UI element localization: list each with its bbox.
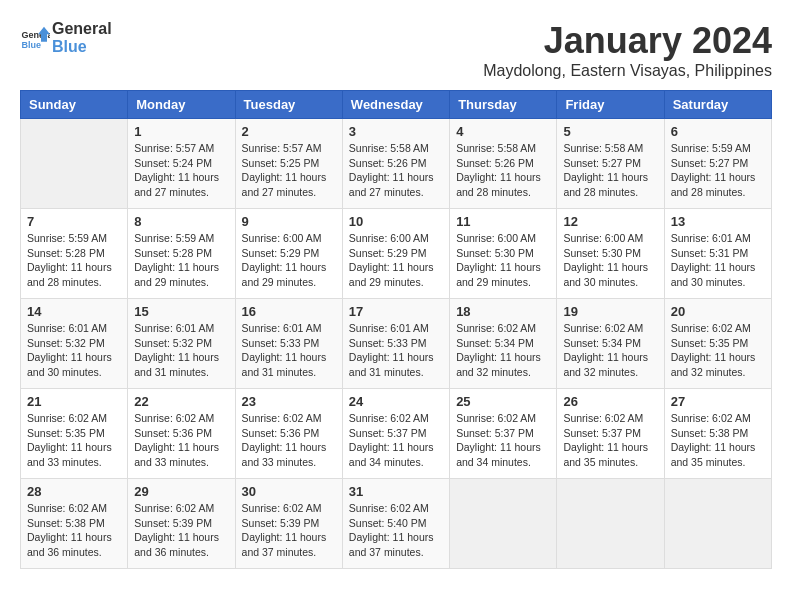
calendar-cell [664,479,771,569]
calendar-cell: 3Sunrise: 5:58 AM Sunset: 5:26 PM Daylig… [342,119,449,209]
day-number: 28 [27,484,121,499]
day-number: 25 [456,394,550,409]
calendar-cell: 24Sunrise: 6:02 AM Sunset: 5:37 PM Dayli… [342,389,449,479]
calendar-cell: 19Sunrise: 6:02 AM Sunset: 5:34 PM Dayli… [557,299,664,389]
day-info: Sunrise: 5:59 AM Sunset: 5:27 PM Dayligh… [671,141,765,200]
day-number: 21 [27,394,121,409]
title-area: January 2024 Maydolong, Eastern Visayas,… [483,20,772,80]
day-number: 7 [27,214,121,229]
month-title: January 2024 [483,20,772,62]
calendar-week-row: 21Sunrise: 6:02 AM Sunset: 5:35 PM Dayli… [21,389,772,479]
day-info: Sunrise: 6:00 AM Sunset: 5:30 PM Dayligh… [456,231,550,290]
day-number: 30 [242,484,336,499]
day-number: 16 [242,304,336,319]
calendar-cell: 29Sunrise: 6:02 AM Sunset: 5:39 PM Dayli… [128,479,235,569]
logo: General Blue General Blue [20,20,112,55]
day-number: 12 [563,214,657,229]
column-header-monday: Monday [128,91,235,119]
general-blue-logo-icon: General Blue [20,23,50,53]
calendar-cell: 12Sunrise: 6:00 AM Sunset: 5:30 PM Dayli… [557,209,664,299]
day-number: 4 [456,124,550,139]
column-header-sunday: Sunday [21,91,128,119]
column-header-tuesday: Tuesday [235,91,342,119]
calendar-cell: 18Sunrise: 6:02 AM Sunset: 5:34 PM Dayli… [450,299,557,389]
calendar-cell: 27Sunrise: 6:02 AM Sunset: 5:38 PM Dayli… [664,389,771,479]
calendar-cell: 5Sunrise: 5:58 AM Sunset: 5:27 PM Daylig… [557,119,664,209]
day-info: Sunrise: 6:01 AM Sunset: 5:32 PM Dayligh… [134,321,228,380]
day-info: Sunrise: 6:02 AM Sunset: 5:39 PM Dayligh… [134,501,228,560]
day-number: 19 [563,304,657,319]
day-info: Sunrise: 6:00 AM Sunset: 5:30 PM Dayligh… [563,231,657,290]
calendar-week-row: 7Sunrise: 5:59 AM Sunset: 5:28 PM Daylig… [21,209,772,299]
day-number: 2 [242,124,336,139]
calendar-cell: 30Sunrise: 6:02 AM Sunset: 5:39 PM Dayli… [235,479,342,569]
calendar-cell: 1Sunrise: 5:57 AM Sunset: 5:24 PM Daylig… [128,119,235,209]
calendar-cell: 8Sunrise: 5:59 AM Sunset: 5:28 PM Daylig… [128,209,235,299]
day-info: Sunrise: 6:00 AM Sunset: 5:29 PM Dayligh… [242,231,336,290]
logo-blue-text: Blue [52,38,112,56]
calendar-cell: 11Sunrise: 6:00 AM Sunset: 5:30 PM Dayli… [450,209,557,299]
calendar-cell: 22Sunrise: 6:02 AM Sunset: 5:36 PM Dayli… [128,389,235,479]
calendar-cell: 10Sunrise: 6:00 AM Sunset: 5:29 PM Dayli… [342,209,449,299]
day-number: 29 [134,484,228,499]
calendar-cell: 2Sunrise: 5:57 AM Sunset: 5:25 PM Daylig… [235,119,342,209]
day-number: 6 [671,124,765,139]
day-number: 22 [134,394,228,409]
day-info: Sunrise: 6:02 AM Sunset: 5:34 PM Dayligh… [456,321,550,380]
calendar-cell [557,479,664,569]
day-info: Sunrise: 6:00 AM Sunset: 5:29 PM Dayligh… [349,231,443,290]
day-info: Sunrise: 6:01 AM Sunset: 5:32 PM Dayligh… [27,321,121,380]
column-header-wednesday: Wednesday [342,91,449,119]
day-info: Sunrise: 6:02 AM Sunset: 5:35 PM Dayligh… [671,321,765,380]
calendar-week-row: 28Sunrise: 6:02 AM Sunset: 5:38 PM Dayli… [21,479,772,569]
day-info: Sunrise: 6:02 AM Sunset: 5:35 PM Dayligh… [27,411,121,470]
calendar-cell: 28Sunrise: 6:02 AM Sunset: 5:38 PM Dayli… [21,479,128,569]
day-info: Sunrise: 6:02 AM Sunset: 5:37 PM Dayligh… [349,411,443,470]
day-number: 11 [456,214,550,229]
calendar-cell: 13Sunrise: 6:01 AM Sunset: 5:31 PM Dayli… [664,209,771,299]
day-number: 24 [349,394,443,409]
day-info: Sunrise: 6:02 AM Sunset: 5:40 PM Dayligh… [349,501,443,560]
calendar-cell: 25Sunrise: 6:02 AM Sunset: 5:37 PM Dayli… [450,389,557,479]
day-info: Sunrise: 6:02 AM Sunset: 5:38 PM Dayligh… [671,411,765,470]
calendar-cell: 9Sunrise: 6:00 AM Sunset: 5:29 PM Daylig… [235,209,342,299]
calendar-cell: 4Sunrise: 5:58 AM Sunset: 5:26 PM Daylig… [450,119,557,209]
day-number: 3 [349,124,443,139]
calendar-header-row: SundayMondayTuesdayWednesdayThursdayFrid… [21,91,772,119]
column-header-saturday: Saturday [664,91,771,119]
day-number: 27 [671,394,765,409]
calendar-cell [21,119,128,209]
day-info: Sunrise: 6:01 AM Sunset: 5:33 PM Dayligh… [242,321,336,380]
header: General Blue General Blue January 2024 M… [20,20,772,80]
day-number: 31 [349,484,443,499]
svg-text:Blue: Blue [22,39,42,49]
calendar-cell: 31Sunrise: 6:02 AM Sunset: 5:40 PM Dayli… [342,479,449,569]
day-number: 15 [134,304,228,319]
day-number: 8 [134,214,228,229]
logo-general-text: General [52,20,112,38]
calendar-week-row: 1Sunrise: 5:57 AM Sunset: 5:24 PM Daylig… [21,119,772,209]
day-info: Sunrise: 5:59 AM Sunset: 5:28 PM Dayligh… [27,231,121,290]
day-number: 9 [242,214,336,229]
day-number: 18 [456,304,550,319]
calendar-cell: 17Sunrise: 6:01 AM Sunset: 5:33 PM Dayli… [342,299,449,389]
calendar-cell [450,479,557,569]
day-info: Sunrise: 5:58 AM Sunset: 5:26 PM Dayligh… [456,141,550,200]
day-info: Sunrise: 6:02 AM Sunset: 5:34 PM Dayligh… [563,321,657,380]
day-info: Sunrise: 5:59 AM Sunset: 5:28 PM Dayligh… [134,231,228,290]
day-info: Sunrise: 6:02 AM Sunset: 5:39 PM Dayligh… [242,501,336,560]
day-number: 10 [349,214,443,229]
day-info: Sunrise: 6:02 AM Sunset: 5:37 PM Dayligh… [563,411,657,470]
calendar-cell: 14Sunrise: 6:01 AM Sunset: 5:32 PM Dayli… [21,299,128,389]
day-info: Sunrise: 6:01 AM Sunset: 5:31 PM Dayligh… [671,231,765,290]
calendar-cell: 26Sunrise: 6:02 AM Sunset: 5:37 PM Dayli… [557,389,664,479]
day-number: 5 [563,124,657,139]
day-info: Sunrise: 6:02 AM Sunset: 5:38 PM Dayligh… [27,501,121,560]
day-info: Sunrise: 6:02 AM Sunset: 5:36 PM Dayligh… [242,411,336,470]
day-number: 13 [671,214,765,229]
day-number: 14 [27,304,121,319]
calendar-cell: 7Sunrise: 5:59 AM Sunset: 5:28 PM Daylig… [21,209,128,299]
calendar-table: SundayMondayTuesdayWednesdayThursdayFrid… [20,90,772,569]
calendar-week-row: 14Sunrise: 6:01 AM Sunset: 5:32 PM Dayli… [21,299,772,389]
day-info: Sunrise: 5:57 AM Sunset: 5:24 PM Dayligh… [134,141,228,200]
